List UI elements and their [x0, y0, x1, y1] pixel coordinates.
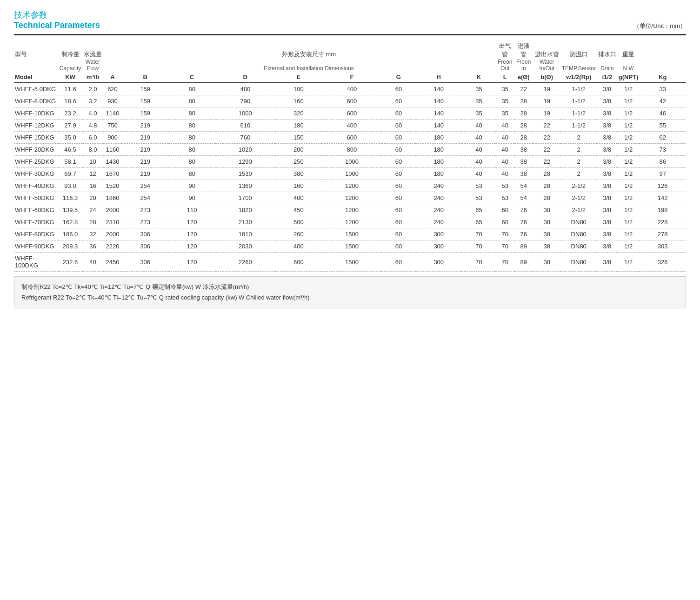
cell-14-1: 232.6 — [58, 253, 82, 272]
cell-13-8: 1500 — [322, 240, 382, 253]
cell-0-8: 400 — [322, 83, 382, 95]
cell-7-5: 80 — [168, 168, 215, 180]
cell-9-14: 28 — [533, 192, 561, 204]
cell-4-13: 28 — [514, 132, 533, 144]
col-drain-zh: 排水口 — [597, 40, 618, 59]
cell-1-4: 159 — [122, 95, 168, 107]
cell-14-16: 3/8 — [597, 253, 618, 272]
cell-9-9: 60 — [382, 192, 415, 204]
cell-7-12: 40 — [496, 168, 514, 180]
cell-13-10: 300 — [415, 240, 462, 253]
cell-5-2: 8.0 — [82, 144, 103, 156]
cell-10-13: 76 — [514, 204, 533, 216]
cell-0-1: 11.6 — [58, 83, 82, 95]
cell-7-11: 40 — [462, 168, 495, 180]
cell-8-1: 93.0 — [58, 180, 82, 192]
cell-3-4: 219 — [122, 120, 168, 132]
cell-14-3: 2450 — [103, 253, 122, 272]
col-model-zh: 型号 — [14, 40, 58, 59]
col-freon-out-unit: a(Ø) — [514, 73, 533, 83]
table-row: WHFF-20DKG46.58.011602198010202008006018… — [14, 144, 686, 156]
cell-13-13: 89 — [514, 240, 533, 253]
cell-13-0: WHFF-90DKG — [14, 240, 58, 253]
cell-11-1: 162.8 — [58, 216, 82, 228]
cell-11-10: 240 — [415, 216, 462, 228]
cell-3-17: 1/2 — [618, 120, 640, 132]
cell-4-3: 900 — [103, 132, 122, 144]
cell-7-4: 219 — [122, 168, 168, 180]
cell-0-2: 2.0 — [82, 83, 103, 95]
col-water-flow-en: Water Flow — [82, 59, 103, 73]
cell-11-14: 38 — [533, 216, 561, 228]
cell-2-3: 1140 — [103, 107, 122, 120]
cell-5-17: 1/2 — [618, 144, 640, 156]
cell-8-18: 126 — [639, 180, 686, 192]
col-H: H — [415, 73, 462, 83]
cell-14-14: 38 — [533, 253, 561, 272]
col-A-label — [103, 40, 122, 59]
cell-2-13: 28 — [514, 107, 533, 120]
cell-3-15: 1-1/2 — [561, 120, 597, 132]
cell-4-15: 2 — [561, 132, 597, 144]
cell-5-5: 80 — [168, 144, 215, 156]
cell-3-2: 4.8 — [82, 120, 103, 132]
cell-3-11: 40 — [462, 120, 495, 132]
cell-4-0: WHFF-15DKG — [14, 132, 58, 144]
cell-4-12: 40 — [496, 132, 514, 144]
cell-14-0: WHFF-100DKG — [14, 253, 58, 272]
cell-0-17: 1/2 — [618, 83, 640, 95]
title-en: Technical Parameters — [14, 20, 100, 30]
col-B: B — [122, 73, 168, 83]
table-row: WHFF-8.0DKG18.63.29301598079016060060140… — [14, 95, 686, 107]
cell-6-6: 1290 — [215, 156, 275, 168]
cell-5-7: 200 — [275, 144, 322, 156]
cell-11-7: 500 — [275, 216, 322, 228]
col-water-inout-zh: 进出水管 — [533, 40, 561, 59]
cell-9-7: 400 — [275, 192, 322, 204]
cell-11-4: 273 — [122, 216, 168, 228]
cell-4-14: 22 — [533, 132, 561, 144]
cell-13-9: 60 — [382, 240, 415, 253]
cell-8-15: 2-1/2 — [561, 180, 597, 192]
cell-2-10: 140 — [415, 107, 462, 120]
cell-2-15: 1-1/2 — [561, 107, 597, 120]
cell-5-16: 3/8 — [597, 144, 618, 156]
col-capacity-zh: 制冷量 — [58, 40, 82, 59]
cell-8-4: 254 — [122, 180, 168, 192]
cell-3-6: 610 — [215, 120, 275, 132]
cell-9-0: WHFF-50DKG — [14, 192, 58, 204]
cell-14-15: DN80 — [561, 253, 597, 272]
col-freon-out-en: Freon Out — [496, 59, 514, 73]
cell-8-10: 240 — [415, 180, 462, 192]
cell-2-14: 19 — [533, 107, 561, 120]
col-A-unit: A — [103, 73, 122, 83]
col-freon-in-en: Freon In — [514, 59, 533, 73]
cell-5-11: 40 — [462, 144, 495, 156]
cell-11-13: 76 — [514, 216, 533, 228]
cell-9-6: 1700 — [215, 192, 275, 204]
cell-2-1: 23.2 — [58, 107, 82, 120]
cell-0-16: 3/8 — [597, 83, 618, 95]
cell-3-12: 40 — [496, 120, 514, 132]
cell-0-14: 19 — [533, 83, 561, 95]
cell-7-9: 60 — [382, 168, 415, 180]
cell-1-10: 140 — [415, 95, 462, 107]
cell-12-14: 38 — [533, 228, 561, 240]
cell-9-10: 240 — [415, 192, 462, 204]
cell-2-18: 46 — [639, 107, 686, 120]
cell-4-10: 180 — [415, 132, 462, 144]
cell-4-2: 6.0 — [82, 132, 103, 144]
cell-10-16: 3/8 — [597, 204, 618, 216]
cell-11-17: 1/2 — [618, 216, 640, 228]
cell-11-5: 120 — [168, 216, 215, 228]
cell-11-6: 2130 — [215, 216, 275, 228]
cell-7-18: 97 — [639, 168, 686, 180]
cell-14-8: 1500 — [322, 253, 382, 272]
cell-6-0: WHFF-25DKG — [14, 156, 58, 168]
cell-12-16: 3/8 — [597, 228, 618, 240]
cell-7-6: 1530 — [215, 168, 275, 180]
cell-10-10: 240 — [415, 204, 462, 216]
cell-4-16: 3/8 — [597, 132, 618, 144]
table-row: WHFF-25DKG58.110143021980129025010006018… — [14, 156, 686, 168]
cell-10-7: 450 — [275, 204, 322, 216]
